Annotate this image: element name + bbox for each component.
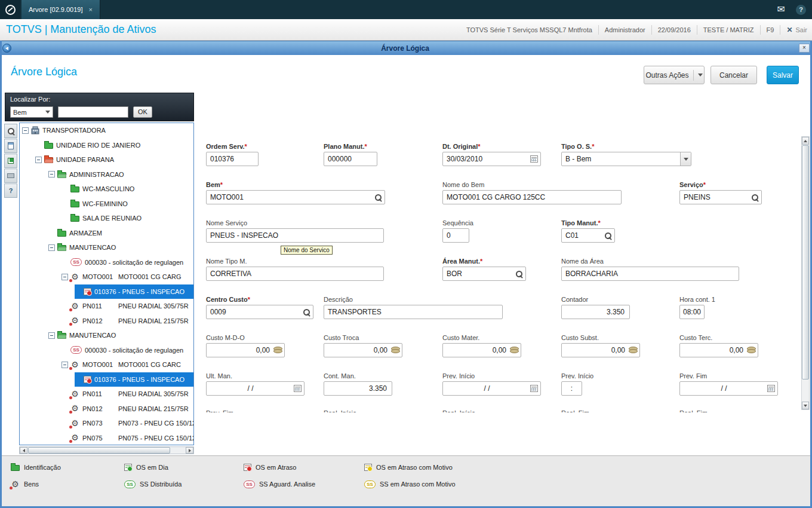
descricao-input[interactable]: TRANSPORTES	[324, 305, 503, 319]
scroll-down-icon[interactable]	[802, 402, 809, 409]
side-view-button[interactable]	[4, 139, 17, 153]
tree-item[interactable]: ⚙ MOTO001 MOTO001 CG CARC	[20, 357, 193, 372]
dialog-close-button[interactable]: ×	[799, 44, 810, 53]
calendar-icon[interactable]	[767, 385, 775, 392]
side-save-button[interactable]	[4, 154, 17, 168]
scrollbar-thumb[interactable]	[802, 145, 809, 380]
search-input[interactable]	[58, 106, 128, 118]
centro-custo-input[interactable]: 0009	[206, 305, 313, 319]
tree-item-selected[interactable]: 010376 - PNEUS - INSPECAO	[20, 372, 193, 387]
nome-bem-input[interactable]: MOTO001 CG CARGO 125CC	[442, 190, 622, 204]
tree-item[interactable]: UNIDADE RIO DE JANIERO	[20, 138, 193, 153]
contador-input[interactable]: 3.350	[561, 305, 630, 319]
nome-tipo-m-input[interactable]: CORRETIVA	[206, 267, 384, 281]
side-search-button[interactable]	[4, 124, 17, 138]
sequencia-input[interactable]: 0	[442, 228, 469, 243]
calendar-icon[interactable]	[294, 385, 302, 392]
scrollbar-thumb[interactable]	[28, 447, 170, 454]
custo-mater-input[interactable]: 0,00	[442, 343, 521, 357]
tree-item-code: MANUTENCAO	[69, 332, 116, 339]
search-type-select[interactable]: Bem	[10, 106, 53, 118]
scroll-right-icon[interactable]	[186, 447, 193, 454]
prev-inicio-input[interactable]: / /	[442, 381, 541, 396]
search-icon[interactable]	[515, 270, 523, 278]
side-print-button[interactable]	[4, 169, 17, 183]
tipo-os-select[interactable]: B - Bem	[561, 152, 691, 166]
search-ok-button[interactable]: OK	[133, 106, 152, 118]
hora-cont-input[interactable]: 08:00	[679, 305, 705, 319]
tab-arvore[interactable]: Arvore [02.9.0019] ×	[21, 0, 100, 19]
tree-item[interactable]: MANUTENCAO	[20, 328, 193, 343]
prev-fim-input[interactable]: / /	[679, 381, 778, 396]
tree-item[interactable]: ADMINISTRACAO	[20, 167, 193, 182]
plano-manut-input[interactable]: 000000	[324, 152, 377, 166]
tab-close-icon[interactable]: ×	[89, 6, 93, 13]
custo-subst-input[interactable]: 0,00	[561, 343, 640, 357]
logout-button[interactable]: ✕Sair	[786, 26, 807, 34]
tree-item[interactable]: SS 000030 - solicitação de regulagen	[20, 255, 193, 270]
f9-shortcut[interactable]: F9	[767, 26, 774, 33]
scroll-left-icon[interactable]	[20, 447, 27, 454]
outras-acoes-button[interactable]: Outras Ações	[644, 66, 705, 84]
scroll-up-icon[interactable]	[802, 137, 809, 145]
collapse-icon[interactable]	[61, 274, 68, 280]
tree-item[interactable]: WC-FEMININO	[20, 197, 193, 212]
tree-item[interactable]: SS 000030 - solicitação de regulagen	[20, 343, 193, 358]
app-header: TOTVS | Manutenção de Ativos TOTVS Série…	[0, 19, 812, 41]
search-icon[interactable]	[374, 194, 382, 201]
folder-icon	[57, 231, 66, 237]
ordem-serv-input[interactable]: 010376	[206, 152, 259, 166]
tree-item[interactable]: WC-MASCULINO	[20, 182, 193, 197]
search-icon[interactable]	[604, 232, 612, 240]
bem-input[interactable]: MOTO001	[206, 190, 385, 204]
search-icon[interactable]	[303, 308, 310, 316]
help-icon[interactable]: ?	[796, 5, 806, 15]
mail-icon[interactable]: ✉	[777, 5, 785, 14]
search-icon[interactable]	[751, 194, 759, 201]
collapse-icon[interactable]	[35, 157, 42, 163]
tree-item[interactable]: UNIDADE PARANA	[20, 152, 193, 167]
dt-original-input[interactable]: 30/03/2010	[442, 152, 541, 166]
tree-item-code: 010376 - PNEUS - INSPECAO	[94, 288, 184, 295]
collapse-icon[interactable]	[48, 244, 55, 251]
tree-item[interactable]: ⚙ PN012 PNEU RADIAL 215/75R	[20, 314, 193, 329]
tree-item[interactable]: SALA DE REUNIAO	[20, 211, 193, 226]
tree-item[interactable]: ⚙ PN073 PN073 - PNEU CG 150/12	[20, 416, 193, 431]
folder-icon	[70, 186, 79, 192]
collapse-icon[interactable]	[22, 127, 29, 134]
tree-item[interactable]: ⚙ PN011 PNEU RADIAL 305/75R	[20, 299, 193, 314]
nome-area-input[interactable]: BORRACHARIA	[561, 267, 739, 281]
prev-inicio-hora-input[interactable]: :	[561, 381, 582, 396]
tree-horizontal-scrollbar[interactable]	[19, 446, 194, 454]
collapse-icon[interactable]	[48, 171, 55, 178]
tree-item[interactable]: ARMAZEM	[20, 226, 193, 241]
tree-item[interactable]: TRANSPORTADORA	[20, 123, 193, 138]
calendar-icon[interactable]	[530, 155, 538, 163]
custo-troca-input[interactable]: 0,00	[324, 343, 402, 357]
tree-item[interactable]: ⚙ PN075 PN075 - PNEU CG 150/12	[20, 431, 193, 446]
custo-terc-input[interactable]: 0,00	[679, 343, 758, 357]
totvs-logo[interactable]	[0, 0, 20, 19]
nome-servico-input[interactable]: PNEUS - INSPECAO	[206, 228, 384, 243]
chevron-down-icon[interactable]	[680, 152, 691, 166]
ss-green-icon: SS	[124, 481, 136, 488]
cancelar-button[interactable]: Cancelar	[710, 66, 757, 84]
tree-item[interactable]: ⚙ MOTO001 MOTO001 CG CARG	[20, 270, 193, 284]
salvar-button[interactable]: Salvar	[767, 66, 799, 84]
form-vertical-scrollbar[interactable]	[801, 136, 810, 410]
collapse-icon[interactable]	[61, 362, 68, 368]
custo-mdo-input[interactable]: 0,00	[206, 343, 285, 357]
tipo-manut-input[interactable]: C01	[561, 228, 615, 243]
tree-item[interactable]: MANUTENCAO	[20, 240, 193, 255]
tree-item[interactable]: ⚙ PN011 PNEU RADIAL 305/75R	[20, 387, 193, 402]
collapse-icon[interactable]	[48, 332, 55, 339]
tree-item-selected[interactable]: 010376 - PNEUS - INSPECAO	[20, 284, 193, 299]
dialog-restore-icon[interactable]	[2, 44, 11, 53]
calendar-icon[interactable]	[530, 385, 538, 392]
area-manut-input[interactable]: BOR	[442, 267, 526, 281]
side-help-button[interactable]: ?	[4, 183, 17, 198]
ult-man-input[interactable]: / /	[206, 381, 304, 396]
servico-input[interactable]: PNEINS	[679, 190, 762, 204]
cont-man-input[interactable]: 3.350	[324, 381, 392, 396]
tree-item[interactable]: ⚙ PN012 PNEU RADIAL 215/75R	[20, 402, 193, 417]
